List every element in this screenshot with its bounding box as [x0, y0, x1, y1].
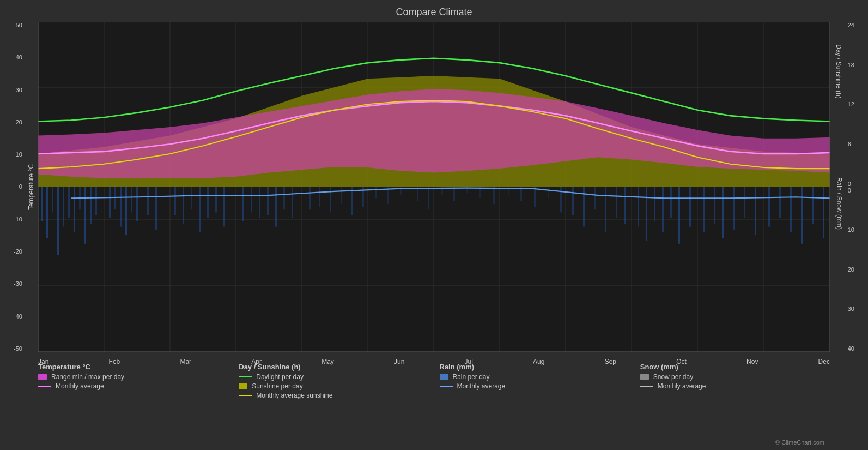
legend-rain-column: Rain (mm) Rain per day Monthly average: [440, 363, 629, 401]
svg-rect-97: [744, 187, 745, 218]
svg-rect-88: [654, 187, 655, 221]
legend-sunshine-avg: Monthly average sunshine: [239, 392, 428, 399]
svg-rect-36: [95, 187, 97, 215]
svg-rect-56: [275, 187, 277, 227]
svg-rect-43: [147, 187, 149, 215]
svg-rect-46: [183, 187, 184, 224]
svg-rect-60: [319, 187, 320, 207]
svg-rect-78: [548, 187, 549, 199]
svg-rect-49: [207, 187, 209, 218]
legend-snow-header: Snow (mm): [640, 363, 830, 371]
legend-snow-avg: Monthly average: [640, 382, 830, 390]
legend-area: Temperature °C Range min / max per day M…: [38, 355, 830, 445]
svg-rect-39: [120, 187, 122, 227]
svg-rect-51: [223, 187, 225, 227]
right-axis-label-top: Day / Sunshine (h): [834, 44, 842, 98]
svg-rect-92: [689, 187, 691, 227]
rain-per-day-swatch: [440, 374, 448, 380]
svg-rect-95: [722, 187, 724, 238]
svg-rect-42: [136, 187, 138, 221]
svg-rect-40: [125, 187, 127, 236]
svg-rect-74: [493, 187, 495, 204]
svg-rect-28: [52, 187, 53, 213]
svg-rect-68: [417, 187, 418, 201]
svg-rect-58: [292, 187, 293, 218]
chart-container: Temperature °C Day / Sunshine (h) Rain /…: [38, 22, 830, 352]
legend-snow-column: Snow (mm) Snow per day Monthly average: [640, 363, 830, 401]
svg-rect-44: [155, 187, 157, 230]
svg-rect-32: [74, 187, 75, 232]
chart-area: Temperature °C Day / Sunshine (h) Rain /…: [38, 22, 830, 352]
svg-rect-47: [191, 187, 192, 210]
svg-rect-101: [790, 187, 792, 232]
copyright: © ClimeChart.com: [775, 439, 824, 446]
svg-rect-94: [714, 187, 715, 224]
legend-temp-avg: Monthly average: [38, 382, 228, 390]
page-container: Compare Climate Palma de Mallorca Palma …: [0, 0, 868, 450]
svg-rect-81: [583, 187, 585, 227]
svg-rect-62: [341, 187, 342, 204]
svg-rect-48: [199, 187, 201, 232]
legend-rain-avg: Monthly average: [440, 382, 629, 390]
y-axis-left: 50 40 30 20 10 0 -10 -20 -30 -40 -50: [14, 22, 22, 352]
svg-rect-27: [46, 187, 48, 238]
svg-rect-31: [68, 187, 70, 218]
svg-rect-61: [330, 187, 331, 213]
svg-rect-87: [646, 187, 647, 241]
svg-rect-71: [453, 187, 455, 201]
svg-rect-54: [259, 187, 260, 218]
legend-sunshine-column: Day / Sunshine (h) Daylight per day Suns…: [239, 363, 428, 401]
svg-rect-38: [114, 187, 116, 210]
y-axis-right-bottom: 0 10 20 30 40: [848, 187, 854, 352]
sunshine-avg-swatch: [239, 395, 252, 396]
legend-daylight: Daylight per day: [239, 373, 428, 381]
svg-rect-104: [823, 187, 824, 238]
temp-range-swatch: [38, 374, 47, 380]
legend-temp-range: Range min / max per day: [38, 373, 228, 381]
svg-rect-99: [768, 187, 770, 227]
svg-rect-45: [174, 187, 176, 215]
svg-rect-26: [41, 187, 43, 221]
svg-rect-35: [90, 187, 92, 224]
svg-rect-41: [131, 187, 132, 213]
svg-rect-55: [267, 187, 269, 215]
svg-rect-85: [624, 187, 626, 224]
left-axis-label: Temperature °C: [27, 164, 35, 209]
svg-rect-102: [801, 187, 803, 244]
legend-sunshine-header: Day / Sunshine (h): [239, 363, 428, 371]
daylight-swatch: [239, 376, 252, 377]
svg-rect-98: [755, 187, 756, 236]
svg-rect-30: [63, 187, 64, 227]
snow-per-day-swatch: [640, 374, 649, 380]
svg-rect-91: [678, 187, 680, 244]
svg-rect-93: [703, 187, 705, 232]
svg-rect-84: [616, 187, 617, 218]
svg-rect-100: [779, 187, 781, 218]
y-axis-right-top: 24 18 12 6 0: [848, 22, 854, 187]
svg-rect-96: [733, 187, 735, 230]
svg-rect-69: [428, 187, 429, 210]
svg-rect-29: [57, 187, 59, 255]
legend-grid: Temperature °C Range min / max per day M…: [38, 355, 830, 405]
svg-rect-89: [662, 187, 664, 232]
svg-rect-86: [638, 187, 639, 227]
svg-rect-50: [215, 187, 217, 213]
svg-rect-37: [109, 187, 111, 218]
page-title: Compare Climate: [0, 0, 868, 18]
svg-rect-59: [309, 187, 311, 210]
svg-rect-79: [560, 187, 562, 213]
svg-rect-80: [572, 187, 574, 215]
legend-temperature-column: Temperature °C Range min / max per day M…: [38, 363, 228, 401]
svg-rect-90: [670, 187, 672, 218]
svg-rect-57: [283, 187, 285, 210]
right-axis-label-bottom: Rain / Snow (mm): [835, 177, 843, 230]
legend-rain-per-day: Rain per day: [440, 373, 629, 381]
svg-rect-34: [84, 187, 86, 244]
temp-avg-swatch: [38, 386, 51, 387]
chart-svg: [38, 22, 830, 352]
legend-snow-per-day: Snow per day: [640, 373, 830, 381]
snow-avg-swatch: [640, 386, 653, 387]
sunshine-per-day-swatch: [239, 383, 247, 389]
svg-rect-52: [242, 187, 244, 221]
svg-rect-53: [251, 187, 252, 213]
